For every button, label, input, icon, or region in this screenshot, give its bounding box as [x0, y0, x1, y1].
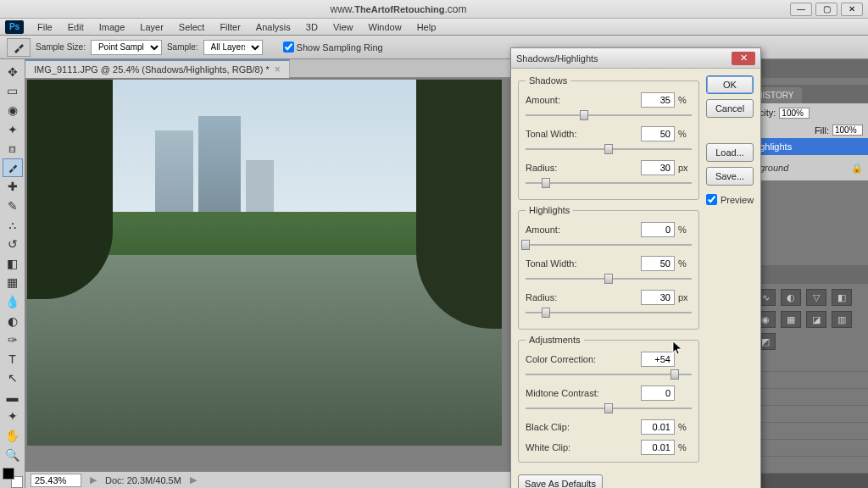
pen-tool-icon[interactable]: ✑ — [3, 330, 23, 349]
lock-icon: 🔒 — [851, 163, 863, 174]
menu-edit[interactable]: Edit — [61, 19, 91, 35]
shadows-group: Shadows Amount:% Tonal Width:% Radius:px — [518, 75, 699, 200]
marquee-tool-icon[interactable]: ▭ — [3, 82, 23, 101]
highlights-radius-slider[interactable] — [526, 307, 692, 319]
shape-tool-icon[interactable]: ▬ — [3, 388, 23, 407]
menu-select[interactable]: Select — [172, 19, 212, 35]
highlights-tonal-slider[interactable] — [526, 273, 692, 285]
sample-select[interactable]: All Layers — [203, 40, 263, 55]
move-tool-icon[interactable]: ✥ — [3, 63, 23, 81]
stamp-tool-icon[interactable]: ⛬ — [3, 216, 23, 235]
menu-layer[interactable]: Layer — [133, 19, 170, 35]
ps-logo-icon[interactable]: Ps — [5, 20, 24, 34]
load-button[interactable]: Load... — [706, 143, 754, 162]
midtone-contrast-slider[interactable] — [526, 402, 692, 414]
eyedropper-tool-icon[interactable] — [3, 158, 23, 177]
min-icon[interactable]: — — [790, 3, 812, 16]
path-tool-icon[interactable]: ↖ — [3, 369, 23, 388]
opacity-input[interactable] — [779, 108, 810, 119]
posterize-icon[interactable]: ▥ — [832, 311, 852, 328]
blur-tool-icon[interactable]: 💧 — [3, 292, 23, 311]
shadows-tonal-input[interactable] — [641, 126, 675, 141]
menu-help[interactable]: Help — [410, 19, 443, 35]
menu-view[interactable]: View — [326, 19, 360, 35]
type-tool-icon[interactable]: T — [3, 350, 23, 369]
exposure-icon[interactable]: ◐ — [781, 289, 801, 306]
lasso-tool-icon[interactable]: ◉ — [3, 101, 23, 119]
highlights-amount-slider[interactable] — [526, 239, 692, 251]
ok-button[interactable]: OK — [706, 75, 754, 94]
toolbar: ✥ ▭ ◉ ✦ ⧈ ✚ ✎ ⛬ ↺ ◧ ▦ 💧 ◐ ✑ T ↖ ▬ ✦ ✋ 🔍 — [0, 59, 25, 488]
sample-label: Sample: — [167, 42, 198, 52]
hue-icon[interactable]: ◧ — [832, 289, 852, 306]
eraser-tool-icon[interactable]: ◧ — [3, 254, 23, 273]
dodge-tool-icon[interactable]: ◐ — [3, 312, 23, 330]
midtone-contrast-input[interactable] — [641, 385, 675, 401]
white-clip-input[interactable] — [641, 440, 675, 455]
sample-size-select[interactable]: Point Sample — [91, 40, 162, 55]
save-button[interactable]: Save... — [706, 167, 754, 186]
document-image — [27, 80, 502, 446]
zoom-input[interactable] — [31, 474, 81, 487]
menu-analysis[interactable]: Analysis — [249, 19, 298, 35]
gradient-tool-icon[interactable]: ▦ — [3, 274, 23, 292]
menu-3d[interactable]: 3D — [299, 19, 325, 35]
title-url: www.TheArtofRetouching.com — [7, 3, 790, 15]
menu-image[interactable]: Image — [92, 19, 132, 35]
mixer-icon[interactable]: ▦ — [781, 311, 801, 328]
color-correction-slider[interactable] — [526, 369, 692, 380]
dialog-close-icon[interactable]: ✕ — [732, 52, 755, 65]
doc-size: Doc: 20.3M/40.5M — [105, 475, 181, 485]
menubar: Ps File Edit Image Layer Select Filter A… — [0, 19, 868, 36]
invert-icon[interactable]: ◪ — [806, 311, 826, 328]
sample-size-label: Sample Size: — [36, 42, 86, 52]
close-tab-icon[interactable]: × — [275, 64, 281, 75]
adjustments-group: Adjustments Color Correction: Midtone Co… — [518, 335, 699, 463]
close-icon[interactable]: ✕ — [841, 3, 863, 16]
shadows-radius-slider[interactable] — [526, 177, 692, 189]
menu-filter[interactable]: Filter — [213, 19, 247, 35]
fill-input[interactable] — [832, 125, 863, 136]
max-icon[interactable]: ▢ — [815, 3, 837, 16]
doc-tab[interactable]: IMG_9111.JPG @ 25.4% (Shadows/Highlights… — [25, 59, 290, 78]
zoom-tool-icon[interactable]: 🔍 — [3, 446, 23, 464]
dialog-title: Shadows/Highlights — [516, 53, 598, 64]
shadows-amount-slider[interactable] — [526, 109, 692, 121]
shadows-highlights-dialog: Shadows/Highlights ✕ Shadows Amount:% To… — [510, 47, 761, 488]
shadows-amount-input[interactable] — [641, 92, 675, 108]
save-defaults-button[interactable]: Save As Defaults — [518, 474, 603, 488]
wand-tool-icon[interactable]: ✦ — [3, 120, 23, 139]
highlights-tonal-input[interactable] — [641, 256, 675, 271]
history-brush-icon[interactable]: ↺ — [3, 235, 23, 253]
shadows-radius-input[interactable] — [641, 160, 675, 175]
titlebar: www.TheArtofRetouching.com — ▢ ✕ — [0, 0, 868, 19]
doc-tab-label: IMG_9111.JPG @ 25.4% (Shadows/Highlights… — [34, 64, 270, 75]
highlights-group: Highlights Amount:% Tonal Width:% Radius… — [518, 205, 699, 330]
cancel-button[interactable]: Cancel — [706, 99, 754, 118]
3d-tool-icon[interactable]: ✦ — [3, 408, 23, 426]
show-ring-check[interactable]: Show Sampling Ring — [283, 42, 383, 53]
preview-check[interactable]: Preview — [706, 194, 754, 205]
menu-window[interactable]: Window — [362, 19, 409, 35]
crop-tool-icon[interactable]: ⧈ — [3, 139, 23, 158]
heal-tool-icon[interactable]: ✚ — [3, 178, 23, 197]
color-correction-input[interactable] — [641, 352, 675, 367]
shadows-tonal-slider[interactable] — [526, 143, 692, 155]
eyedropper-icon[interactable] — [7, 38, 31, 57]
dialog-titlebar[interactable]: Shadows/Highlights ✕ — [511, 48, 760, 69]
brush-tool-icon[interactable]: ✎ — [3, 197, 23, 215]
highlights-radius-input[interactable] — [641, 290, 675, 305]
menu-file[interactable]: File — [31, 19, 59, 35]
highlights-amount-input[interactable] — [641, 222, 675, 237]
black-clip-input[interactable] — [641, 419, 675, 435]
color-swatch-icon[interactable] — [3, 468, 23, 488]
vibrance-icon[interactable]: ▽ — [806, 289, 826, 306]
hand-tool-icon[interactable]: ✋ — [3, 426, 23, 445]
